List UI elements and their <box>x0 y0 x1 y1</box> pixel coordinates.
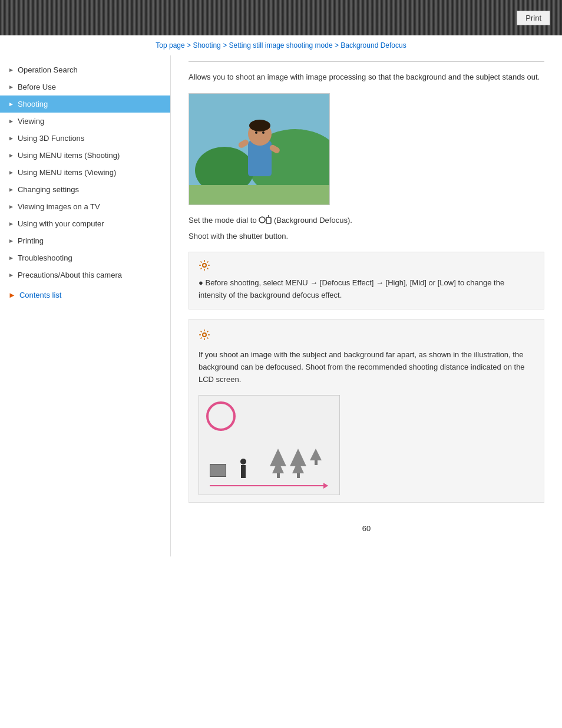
svg-rect-12 <box>266 218 271 223</box>
sidebar-item-label: Viewing images on a TV <box>18 202 100 211</box>
distance-illustration <box>199 395 340 495</box>
arrow-icon: ► <box>8 272 14 278</box>
tree-trunk <box>315 460 318 465</box>
tip-gear-icon <box>199 259 210 271</box>
arrow-icon: ► <box>8 220 14 227</box>
sidebar-item-label: Precautions/About this camera <box>18 271 122 279</box>
arrow-right-icon: ► <box>8 291 16 299</box>
sidebar-item-troubleshooting[interactable]: ► Troubleshooting <box>0 249 170 266</box>
tree-1 <box>270 449 286 478</box>
arrow-icon: ► <box>8 101 14 107</box>
photo-placeholder <box>189 93 330 205</box>
tree-top-2 <box>292 460 304 473</box>
header-bar: Print <box>0 0 562 35</box>
arrow-icon: ► <box>8 118 14 124</box>
tree-group <box>270 449 322 478</box>
breadcrumb-sep1: > <box>187 41 193 50</box>
print-button[interactable]: Print <box>517 11 550 25</box>
arrow-icon: ► <box>8 186 14 193</box>
arrow-icon: ► <box>8 67 14 73</box>
main-layout: ► Operation Search ► Before Use ► Shooti… <box>0 55 562 556</box>
sidebar-item-label: Viewing <box>18 117 44 126</box>
sidebar-item-shooting[interactable]: ► Shooting <box>0 95 170 113</box>
sidebar-item-using-computer[interactable]: ► Using with your computer <box>0 215 170 232</box>
sidebar-item-changing-settings[interactable]: ► Changing settings <box>0 181 170 198</box>
sidebar-item-printing[interactable]: ► Printing <box>0 232 170 249</box>
svg-point-14 <box>203 263 206 267</box>
svg-rect-10 <box>189 185 330 205</box>
svg-rect-3 <box>248 141 272 176</box>
sidebar: ► Operation Search ► Before Use ► Shooti… <box>0 55 171 556</box>
svg-point-15 <box>203 333 206 337</box>
tree-3 <box>310 449 322 478</box>
sidebar-item-label: Using MENU items (Shooting) <box>18 151 120 160</box>
breadcrumb-sep3: > <box>335 41 340 50</box>
tree-trunk <box>297 473 300 478</box>
sidebar-item-label: Shooting <box>18 100 48 108</box>
sidebar-item-menu-shooting[interactable]: ► Using MENU items (Shooting) <box>0 147 170 164</box>
content-divider <box>189 61 544 62</box>
note-gear-icon <box>199 329 210 341</box>
contents-list-link[interactable]: ► Contents list <box>0 286 170 304</box>
circle-indicator <box>206 401 236 431</box>
sidebar-item-label: Printing <box>18 236 44 245</box>
svg-point-5 <box>249 120 270 131</box>
sidebar-item-label: Troubleshooting <box>18 253 72 262</box>
arrow-icon: ► <box>8 84 14 90</box>
note-description: If you shoot an image with the subject a… <box>199 349 534 386</box>
sidebar-item-label: Using 3D Functions <box>18 134 84 143</box>
camera-box <box>210 464 226 477</box>
breadcrumb-toppage[interactable]: Top page <box>156 41 184 50</box>
page-number: 60 <box>189 512 544 539</box>
step-text-1: Set the mode dial to (Background Defocus… <box>189 215 544 227</box>
step1-suffix: (Background Defocus). <box>274 216 352 225</box>
arrow-icon: ► <box>8 135 14 141</box>
sidebar-item-label: Changing settings <box>18 185 79 194</box>
content-image-box <box>189 93 544 205</box>
person-figure <box>240 459 246 478</box>
svg-point-11 <box>259 217 265 223</box>
tip-text-1: ● Before shooting, select MENU → [Defocu… <box>199 277 534 302</box>
breadcrumb-bgdefocus[interactable]: Background Defocus <box>340 41 406 50</box>
sidebar-item-viewing[interactable]: ► Viewing <box>0 113 170 130</box>
sidebar-item-using-3d[interactable]: ► Using 3D Functions <box>0 130 170 147</box>
person-head <box>240 459 246 465</box>
arrow-icon: ► <box>8 255 14 261</box>
contents-list-label: Contents list <box>19 291 62 299</box>
tip1-content: Before shooting, select MENU → [Defocus … <box>199 278 504 299</box>
child-photo-svg <box>189 94 330 205</box>
breadcrumb-sep2: > <box>223 41 229 50</box>
arrow-icon: ► <box>8 169 14 176</box>
breadcrumb-setting[interactable]: Setting still image shooting mode <box>229 41 332 50</box>
note-box-2: If you shoot an image with the subject a… <box>189 319 544 503</box>
step1-label: Set the mode dial to <box>189 216 259 225</box>
sidebar-item-before-use[interactable]: ► Before Use <box>0 78 170 95</box>
svg-point-7 <box>262 131 265 134</box>
tree-top <box>310 449 322 460</box>
note-icon-2 <box>199 329 534 343</box>
tip-box-1: ● Before shooting, select MENU → [Defocu… <box>189 252 544 309</box>
arrow-icon: ► <box>8 238 14 244</box>
tree-2 <box>290 449 306 478</box>
tree-top-2 <box>272 460 284 473</box>
breadcrumb-shooting[interactable]: Shooting <box>193 41 220 50</box>
sidebar-item-menu-viewing[interactable]: ► Using MENU items (Viewing) <box>0 164 170 181</box>
content-area: Allows you to shoot an image with image … <box>171 55 562 556</box>
sidebar-item-viewing-tv[interactable]: ► Viewing images on a TV <box>0 198 170 215</box>
sidebar-item-label: Before Use <box>18 83 56 91</box>
sidebar-item-label: Using MENU items (Viewing) <box>18 168 116 177</box>
sidebar-item-precautions[interactable]: ► Precautions/About this camera <box>0 266 170 284</box>
bullet: ● <box>199 278 205 287</box>
breadcrumb: Top page > Shooting > Setting still imag… <box>0 35 562 55</box>
sidebar-item-label: Using with your computer <box>18 219 104 228</box>
distance-arrow-line <box>210 485 328 486</box>
person-body <box>241 465 246 478</box>
tip-icon-1 <box>199 259 534 274</box>
content-intro: Allows you to shoot an image with image … <box>189 71 544 84</box>
svg-point-6 <box>255 131 257 134</box>
arrow-icon: ► <box>8 152 14 159</box>
sidebar-item-operation-search[interactable]: ► Operation Search <box>0 61 170 78</box>
arrow-icon: ► <box>8 203 14 210</box>
sidebar-item-label: Operation Search <box>18 65 78 74</box>
tree-trunk <box>277 473 280 478</box>
